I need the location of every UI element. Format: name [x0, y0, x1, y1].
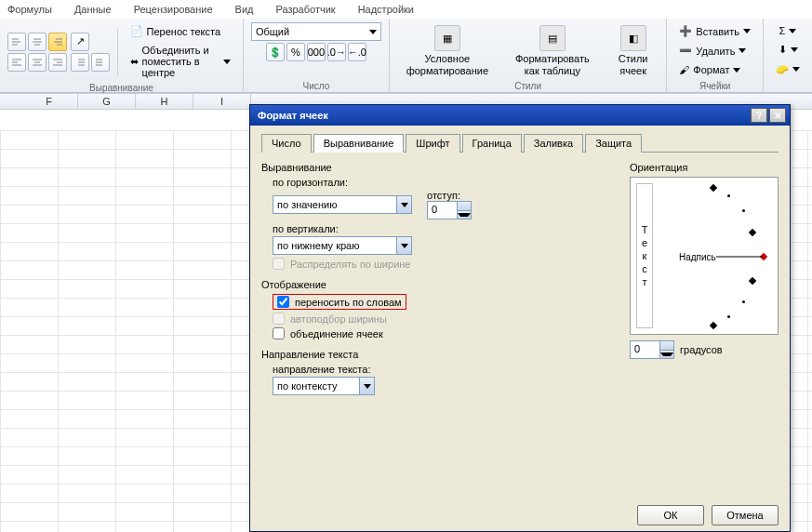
- tab-font[interactable]: Шрифт: [406, 134, 459, 153]
- cell-styles-button[interactable]: ◧ Стили ячеек: [607, 23, 659, 77]
- tab-data[interactable]: Данные: [74, 4, 112, 15]
- delete-label: Удалить: [696, 46, 735, 57]
- tab-border[interactable]: Граница: [462, 134, 522, 153]
- col-header-g[interactable]: G: [78, 94, 136, 109]
- chevron-down-icon: [792, 67, 800, 72]
- tab-fill[interactable]: Заливка: [524, 134, 583, 153]
- dialog-title: Формат ячеек: [258, 110, 328, 121]
- fill-button[interactable]: ⬇: [774, 41, 803, 59]
- autosum-button[interactable]: Σ: [775, 22, 802, 39]
- spin-down-icon[interactable]: [458, 211, 471, 219]
- shrink-label: автоподбор ширины: [290, 313, 387, 325]
- number-format-combo[interactable]: Общий: [251, 22, 381, 41]
- tab-formulas[interactable]: Формулы: [7, 4, 52, 15]
- increase-indent-button[interactable]: [91, 53, 110, 72]
- merge-center-button[interactable]: ⬌ Объединить и поместить в центре: [126, 42, 235, 81]
- comma-button[interactable]: 000: [307, 43, 326, 61]
- alignment-section-label: Выравнивание: [261, 162, 615, 173]
- format-cells-dialog: Формат ячеек ? ✕ Число Выравнивание Шриф…: [249, 104, 791, 532]
- text-direction-combo[interactable]: по контексту: [273, 377, 375, 395]
- merge-cells-label: объединение ячеек: [290, 328, 383, 339]
- group-label-alignment: Выравнивание: [7, 81, 235, 93]
- merge-checkbox[interactable]: [273, 327, 285, 339]
- direction-section-label: Направление текста: [261, 349, 615, 360]
- decrease-indent-button[interactable]: [71, 53, 89, 72]
- align-top-left-button[interactable]: [7, 33, 26, 51]
- tab-view[interactable]: Вид: [235, 4, 254, 15]
- format-label: Формат: [693, 64, 729, 75]
- align-top-right-button[interactable]: [48, 33, 67, 51]
- col-header-f[interactable]: F: [20, 94, 78, 109]
- group-editing: Σ ⬇ 🧽: [764, 19, 812, 92]
- currency-button[interactable]: 💲: [266, 43, 285, 61]
- col-header-i[interactable]: I: [193, 94, 251, 109]
- orientation-button[interactable]: ↗: [71, 33, 89, 51]
- align-right-button[interactable]: [48, 53, 67, 72]
- clear-button[interactable]: 🧽: [771, 60, 805, 78]
- v-char: с: [642, 263, 647, 274]
- tab-review[interactable]: Рецензирование: [134, 4, 213, 15]
- orientation-section-label: Ориентация: [630, 162, 779, 173]
- orientation-dial[interactable]: Надпись: [657, 183, 772, 328]
- sigma-icon: Σ: [779, 25, 786, 36]
- tab-number[interactable]: Число: [261, 134, 312, 153]
- wrap-text-button[interactable]: 📄 Перенос текста: [126, 22, 235, 40]
- help-button[interactable]: ?: [751, 108, 767, 123]
- group-label-cells: Ячейки: [674, 79, 755, 91]
- align-center-button[interactable]: [28, 53, 47, 72]
- format-as-table-button[interactable]: ▤ Форматировать как таблицу: [501, 23, 604, 77]
- close-button[interactable]: ✕: [769, 108, 786, 123]
- horizontal-align-value: по значению: [273, 199, 396, 210]
- indent-spinner[interactable]: 0: [427, 201, 472, 219]
- merge-icon: ⬌: [130, 56, 139, 68]
- text-direction-value: по контексту: [273, 380, 359, 392]
- indent-label: отступ:: [427, 190, 460, 201]
- wrap-text-checkbox[interactable]: [277, 296, 289, 308]
- merge-cells-row[interactable]: объединение ячеек: [273, 327, 615, 339]
- decrease-decimal-button[interactable]: ←.0: [348, 43, 366, 61]
- vertical-align-combo[interactable]: по нижнему краю: [273, 236, 412, 255]
- degrees-spinner[interactable]: 0: [630, 340, 674, 359]
- text-direction-label: направление текста:: [273, 364, 615, 375]
- align-left-button[interactable]: [7, 53, 26, 72]
- cell-styles-label: Стили ячеек: [613, 53, 654, 75]
- tab-developer[interactable]: Разработчик: [275, 4, 335, 15]
- vertical-label: по вертикали:: [273, 223, 615, 234]
- degrees-label: градусов: [680, 344, 723, 355]
- tab-addins[interactable]: Надстройки: [358, 4, 414, 15]
- conditional-formatting-button[interactable]: ▦ Условное форматирование: [397, 23, 498, 77]
- chevron-down-icon: [369, 30, 377, 34]
- tab-alignment[interactable]: Выравнивание: [313, 134, 405, 153]
- group-styles: ▦ Условное форматирование ▤ Форматироват…: [390, 19, 667, 92]
- spin-up-icon[interactable]: [458, 202, 471, 211]
- horizontal-align-combo[interactable]: по значению: [273, 195, 412, 214]
- chevron-down-icon: [396, 237, 411, 254]
- tab-protection[interactable]: Защита: [585, 134, 642, 153]
- vertical-text-button[interactable]: Т е к с т: [636, 183, 653, 328]
- insert-button[interactable]: ➕Вставить: [674, 22, 755, 40]
- col-header-h[interactable]: H: [136, 94, 193, 109]
- chevron-down-icon: [359, 378, 374, 394]
- align-top-center-button[interactable]: [28, 33, 47, 51]
- v-char: к: [643, 250, 647, 261]
- percent-button[interactable]: %: [286, 43, 305, 61]
- ok-button[interactable]: ОК: [637, 505, 704, 525]
- distribute-checkbox-input: [273, 258, 285, 270]
- wrap-text-label: Перенос текста: [147, 26, 221, 37]
- chevron-down-icon: [396, 196, 411, 213]
- group-label-editing: [771, 89, 805, 91]
- increase-decimal-button[interactable]: .0→: [327, 43, 346, 61]
- format-button[interactable]: 🖌Формат: [674, 61, 745, 78]
- spin-up-icon[interactable]: [660, 341, 673, 351]
- conditional-formatting-icon: ▦: [434, 25, 460, 51]
- conditional-formatting-label: Условное форматирование: [403, 53, 492, 75]
- delete-button[interactable]: ➖Удалить: [674, 42, 751, 60]
- insert-label: Вставить: [696, 26, 739, 37]
- spin-down-icon[interactable]: [660, 351, 673, 359]
- eraser-icon: 🧽: [776, 63, 789, 75]
- orientation-control[interactable]: Т е к с т Надпись: [630, 177, 779, 335]
- group-label-styles: Стили: [397, 79, 659, 91]
- v-char: Т: [642, 224, 648, 235]
- cancel-button[interactable]: Отмена: [712, 505, 779, 525]
- shrink-checkbox: [273, 313, 285, 325]
